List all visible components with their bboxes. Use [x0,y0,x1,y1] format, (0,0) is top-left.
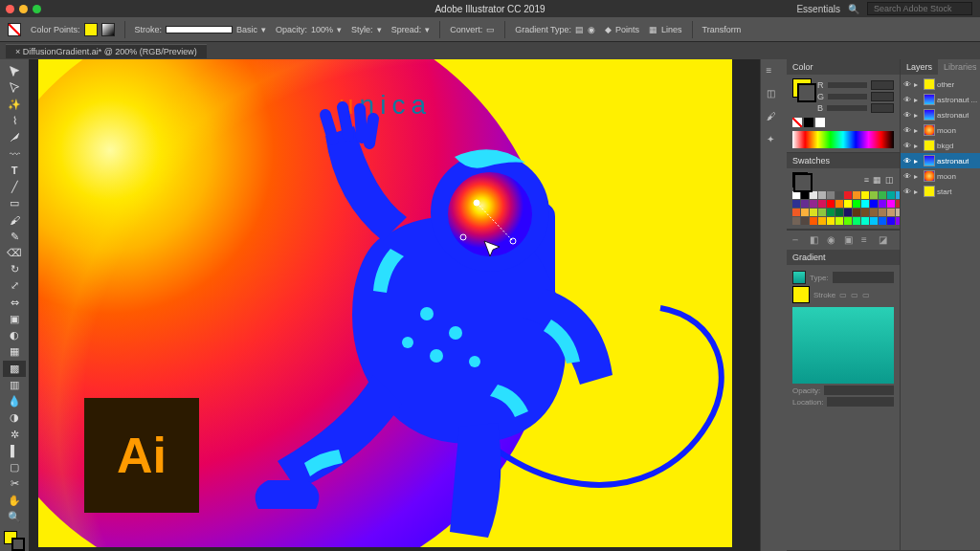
swatch[interactable] [801,209,809,216]
line-tool[interactable]: ╱ [3,179,26,195]
color-spectrum[interactable] [792,131,894,148]
spread-dropdown[interactable]: ▾ [425,25,430,34]
layers-panel-tab[interactable]: Layers [901,59,938,75]
swatch[interactable] [861,191,869,199]
layer-row[interactable]: 👁▸astronaut [901,153,980,168]
swatch[interactable] [810,217,817,225]
canvas[interactable]: unica [29,59,760,551]
swatch[interactable] [792,209,800,216]
expand-toggle-icon[interactable]: ▸ [914,80,922,89]
layer-row[interactable]: 👁▸start [901,184,980,199]
visibility-toggle-icon[interactable]: 👁 [902,187,912,196]
fill-stroke-control[interactable] [4,531,25,551]
swatch[interactable] [835,209,843,216]
artboard-tool[interactable]: ▢ [3,459,26,475]
swatch[interactable] [887,191,895,199]
document-tab[interactable]: × DiffusionGradient.ai* @ 200% (RGB/Prev… [6,44,207,58]
swatch-view-list-icon[interactable]: ≡ [864,175,869,185]
gradient-thumb-icon[interactable] [792,271,806,284]
layer-row[interactable]: 👁▸moon [901,122,980,138]
swatch[interactable] [844,191,852,199]
swatch[interactable] [810,209,817,216]
swatch[interactable] [879,209,886,216]
hand-tool[interactable]: ✋ [3,493,26,509]
gradient-preview[interactable] [792,307,894,384]
swatch[interactable] [887,217,895,225]
properties-icon[interactable]: ≡ [767,65,782,80]
swatch[interactable] [861,209,869,216]
lines-toggle[interactable]: ▦ [649,25,657,34]
shape-builder-tool[interactable]: ◐ [3,327,26,343]
expand-toggle-icon[interactable]: ▸ [914,187,922,196]
stroke-color-icon[interactable] [11,538,25,551]
fill-swatch[interactable] [84,23,98,36]
swatch[interactable] [827,200,835,208]
search-icon[interactable]: 🔍 [848,4,859,14]
visibility-toggle-icon[interactable]: 👁 [902,142,912,150]
stroke-grad-3-icon[interactable]: ▭ [862,291,870,299]
search-stock-input[interactable] [867,2,972,15]
transparency-panel-icon[interactable]: ◧ [810,234,821,246]
stroke-weight-control[interactable] [166,26,233,33]
swatch[interactable] [844,217,852,225]
stroke-grad-2-icon[interactable]: ▭ [851,291,858,299]
transform-panel-link[interactable]: Transform [702,25,742,34]
swatch[interactable] [870,191,878,199]
curvature-tool[interactable]: 〰 [3,145,26,162]
layer-row[interactable]: 👁▸other [901,77,980,92]
pen-tool[interactable] [3,129,26,145]
layer-row[interactable]: 👁▸astronaut [901,107,980,122]
swatch[interactable] [827,209,835,216]
chevron-down-icon[interactable]: ▾ [261,25,266,34]
swatch[interactable] [818,191,826,199]
graphic-styles-icon[interactable]: ▣ [844,234,856,246]
layer-row[interactable]: 👁▸astronaut ... [901,92,980,107]
swatch[interactable] [870,217,878,225]
layer-row[interactable]: 👁▸moon [901,168,980,184]
swatch-view-large-icon[interactable]: ◫ [885,175,894,185]
visibility-toggle-icon[interactable]: 👁 [902,172,912,181]
swatch[interactable] [818,217,826,225]
minimize-window-icon[interactable] [19,5,28,13]
swatch[interactable] [844,209,852,216]
blue-slider[interactable] [827,105,867,111]
swatches-panel-tab[interactable]: Swatches [787,153,900,168]
visibility-toggle-icon[interactable]: 👁 [902,96,912,104]
mesh-tool[interactable]: ▩ [3,361,26,377]
swatch[interactable] [887,209,895,216]
gradient-location-input[interactable] [827,397,894,407]
symbol-sprayer-tool[interactable]: ✲ [3,427,26,443]
red-input[interactable] [871,80,894,90]
green-input[interactable] [871,92,894,101]
swatch[interactable] [870,200,878,208]
maximize-window-icon[interactable] [33,5,41,13]
slice-tool[interactable]: ✂ [3,475,26,492]
blend-tool[interactable]: ◑ [3,409,26,426]
visibility-toggle-icon[interactable]: 👁 [902,111,912,120]
swatch[interactable] [853,200,860,208]
visibility-toggle-icon[interactable]: 👁 [902,126,912,135]
expand-toggle-icon[interactable]: ▸ [914,172,922,181]
swatch[interactable] [801,191,809,199]
swatch[interactable] [827,217,835,225]
close-window-icon[interactable] [6,5,14,13]
column-graph-tool[interactable]: ▌ [3,443,26,459]
swatch[interactable] [801,217,809,225]
symbols-icon[interactable]: ✦ [767,134,782,149]
libraries-panel-tab[interactable]: Libraries [938,59,980,75]
swatches-fillstroke-icon[interactable] [792,172,808,187]
lasso-tool[interactable]: ⌇ [3,113,26,129]
type-tool[interactable]: T [3,163,26,179]
artboard[interactable]: unica [38,59,732,547]
swatch[interactable] [835,191,843,199]
blue-input[interactable] [871,103,894,113]
pathfinder-panel-icon[interactable]: ◪ [879,234,890,246]
visibility-toggle-icon[interactable]: 👁 [902,80,912,89]
swatches-grid[interactable] [792,191,894,225]
shaper-tool[interactable]: ✎ [3,229,26,245]
green-slider[interactable] [828,94,867,99]
color-panel-tab[interactable]: Color [787,59,900,75]
scale-tool[interactable]: ⤢ [3,277,26,294]
direct-selection-tool[interactable] [3,79,26,96]
paintbrush-tool[interactable]: 🖌 [3,211,26,228]
